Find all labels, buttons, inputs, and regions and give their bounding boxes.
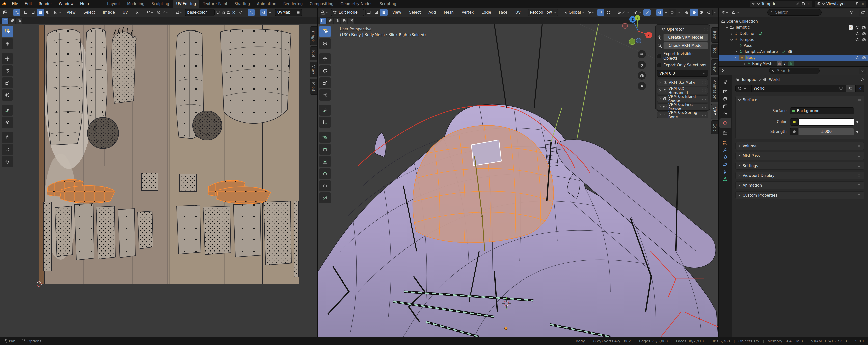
gesture-relax-tool[interactable] [1, 144, 13, 155]
edge-select-button[interactable] [373, 9, 380, 16]
outliner-row-temptic-armature[interactable]: Temptic [719, 37, 868, 43]
grab-hand-tool[interactable] [1, 132, 13, 143]
scale-tool[interactable] [1, 77, 13, 89]
viewport-editor-type-button[interactable] [319, 9, 330, 16]
uv-map-field[interactable]: UVMap [275, 9, 302, 16]
select-new-button[interactable] [320, 18, 326, 24]
constraints-properties-tab[interactable] [723, 169, 728, 174]
vp-menu-face[interactable]: Face [496, 8, 511, 17]
retopoflow-menu[interactable]: RetopoFlow [528, 9, 558, 16]
unlink-image-icon[interactable]: × [232, 10, 236, 15]
workspace-tab-sculpting[interactable]: Sculpting [148, 0, 173, 7]
disable-render-camera-icon[interactable] [862, 32, 866, 36]
bevel-tool[interactable] [319, 168, 331, 179]
inset-faces-tool[interactable] [319, 156, 331, 167]
vp-menu-uv[interactable]: UV [512, 8, 524, 17]
fake-user-shield-icon[interactable] [216, 10, 220, 14]
workspace-tab-scripting[interactable]: Scripting [376, 0, 400, 7]
vp-tab-animation[interactable]: Animation [711, 77, 718, 102]
select-new-button[interactable] [2, 18, 8, 24]
workspace-tab-shading[interactable]: Shading [231, 0, 253, 7]
extrude-region-tool[interactable] [319, 144, 331, 155]
surface-panel-header[interactable]: Surface [736, 96, 864, 104]
cursor-tool[interactable] [319, 38, 331, 49]
copy-icon[interactable] [856, 2, 860, 6]
settings-panel[interactable]: Settings [735, 162, 865, 170]
menu-window[interactable]: Window [56, 0, 77, 7]
annotate-tool[interactable] [1, 105, 13, 116]
orientation-dropdown[interactable]: Global [563, 9, 585, 16]
volume-panel[interactable]: Volume [735, 142, 865, 150]
tool-properties-tab[interactable] [723, 79, 728, 84]
properties-options-button[interactable] [859, 68, 867, 74]
workspace-tab-compositing[interactable]: Compositing [306, 0, 337, 7]
render-properties-tab[interactable] [723, 89, 728, 94]
transform-tool[interactable] [1, 90, 13, 101]
outliner-row-dotline[interactable]: DotLine [719, 31, 868, 37]
outliner-row-scene-collection[interactable]: Scene Collection [719, 19, 868, 25]
select-intersect-button[interactable] [348, 18, 354, 24]
gesture-pinch-tool[interactable] [1, 156, 13, 167]
fake-user-button[interactable] [836, 85, 846, 92]
select-subtract-button[interactable] [16, 18, 23, 24]
uv-snap-button[interactable] [145, 9, 154, 16]
menu-file[interactable]: File [8, 0, 22, 7]
rendered-shading-button[interactable] [705, 9, 712, 16]
uv-sticky-select-button[interactable] [53, 9, 62, 16]
color-input-socket[interactable] [790, 118, 798, 126]
transform-tool[interactable] [319, 90, 331, 101]
animation-panel[interactable]: Animation [735, 181, 865, 189]
color-swatch[interactable] [798, 118, 854, 126]
uv-menu-select[interactable]: Select [80, 8, 98, 17]
pivot-point-button[interactable] [586, 9, 596, 16]
output-properties-tab[interactable] [723, 97, 728, 102]
rotate-tool[interactable] [1, 65, 13, 76]
image-browse-button[interactable] [174, 9, 184, 16]
outliner-editor-type-button[interactable] [720, 9, 730, 16]
disable-render-camera-icon[interactable] [862, 38, 866, 42]
animate-color-dot[interactable] [857, 121, 859, 123]
pin-icon[interactable] [796, 2, 800, 6]
pin-image-icon[interactable] [239, 10, 243, 14]
menu-help[interactable]: Help [77, 0, 92, 7]
vp-tab-edit[interactable]: Edit [711, 120, 718, 134]
measure-tool[interactable] [319, 117, 331, 128]
snap-toggle[interactable] [597, 9, 604, 16]
vp-menu-add[interactable]: Add [426, 8, 439, 17]
object-properties-tab[interactable] [723, 140, 728, 145]
uv-canvas[interactable] [0, 25, 317, 337]
pan-hand-button[interactable] [638, 61, 646, 69]
vp-menu-edge[interactable]: Edge [478, 8, 494, 17]
overlays-toggle[interactable] [656, 9, 663, 16]
outliner-row-body-mesh[interactable]: Body.Mesh 7 [719, 61, 868, 67]
new-image-icon[interactable] [221, 10, 225, 14]
outliner-row-pose[interactable]: Pose [719, 43, 868, 49]
snap-with-button[interactable] [606, 9, 615, 16]
loop-cut-tool[interactable] [319, 180, 331, 191]
menu-edit[interactable]: Edit [22, 0, 35, 7]
uv-vertex-select-button[interactable] [22, 9, 29, 16]
physics-properties-tab[interactable] [723, 162, 728, 167]
properties-search[interactable] [769, 68, 819, 74]
workspace-tab-uv-editing[interactable]: UV Editing [173, 0, 199, 7]
uv-menu-image[interactable]: Image [100, 8, 118, 17]
wireframe-shading-button[interactable] [683, 9, 690, 16]
workspace-tab-animation[interactable]: Animation [253, 0, 280, 7]
viewport-display-panel[interactable]: Viewport Display [735, 172, 865, 179]
vrm-meta-panel[interactable]: VRM 0.x Meta [657, 79, 708, 86]
select-difference-button[interactable] [341, 18, 347, 24]
vrm-spring-bone-panel[interactable]: VRM 0.x Spring Bone [657, 111, 708, 118]
export-only-selections-checkbox[interactable] [657, 63, 661, 67]
check-vrm-model-button[interactable]: Check VRM Model [663, 42, 708, 49]
outliner-filter-button[interactable] [848, 9, 858, 16]
uv-tab-view[interactable]: View [310, 62, 317, 77]
hide-eye-icon[interactable] [856, 26, 860, 30]
data-properties-tab[interactable] [723, 177, 728, 182]
collection-checkbox[interactable]: ✓ [848, 26, 853, 30]
collection-properties-tab[interactable] [723, 130, 728, 135]
create-vrm-model-button[interactable]: Create VRM Model [663, 34, 708, 41]
vrm-humanoid-panel[interactable]: VRM 0.x Humanoid [657, 87, 708, 94]
panel-grip[interactable] [704, 28, 708, 31]
mist-pass-panel[interactable]: Mist Pass [735, 152, 865, 160]
uv-island-select-button[interactable] [44, 9, 51, 16]
